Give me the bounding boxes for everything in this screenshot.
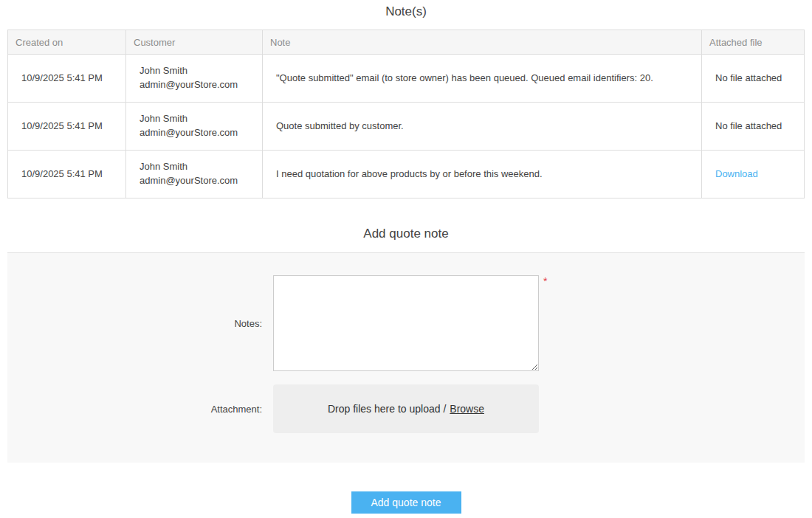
column-header-created-on: Created on [8,30,126,55]
note-customer-cell: John Smithadmin@yourStore.com [126,103,263,151]
add-quote-note-panel: Notes: * Attachment: Drop files here to … [7,252,805,463]
note-row: 10/9/2025 5:41 PMJohn Smithadmin@yourSto… [8,151,805,198]
note-row: 10/9/2025 5:41 PMJohn Smithadmin@yourSto… [8,55,805,103]
note-customer-cell: John Smithadmin@yourStore.com [126,151,263,198]
column-header-customer: Customer [126,30,263,55]
browse-link[interactable]: Browse [450,403,484,415]
notes-title: Note(s) [0,0,812,19]
dropzone-text: Drop files here to upload / [328,403,446,415]
note-created-on-cell: 10/9/2025 5:41 PM [8,55,126,103]
notes-table: Created on Customer Note Attached file 1… [7,30,805,198]
notes-textarea[interactable] [273,275,539,371]
customer-name: John Smith [140,112,249,126]
submit-row: Add quote note [0,491,812,514]
column-header-note: Note [263,30,702,55]
required-asterisk: * [543,276,547,286]
notes-form-row: Notes: * [7,275,805,371]
notes-table-body: 10/9/2025 5:41 PMJohn Smithadmin@yourSto… [8,55,805,198]
notes-field-wrap: * [273,275,539,371]
note-customer-cell: John Smithadmin@yourStore.com [126,55,263,103]
attachment-field-wrap: Drop files here to upload / Browse [273,384,539,433]
download-link[interactable]: Download [715,168,758,179]
notes-table-header: Created on Customer Note Attached file [8,30,805,55]
attachment-form-row: Attachment: Drop files here to upload / … [7,384,805,433]
note-attached-file-cell: No file attached [702,103,805,151]
note-created-on-cell: 10/9/2025 5:41 PM [8,151,126,198]
attachment-label: Attachment: [7,404,262,415]
add-quote-note-title: Add quote note [0,227,812,241]
file-dropzone[interactable]: Drop files here to upload / Browse [273,384,539,433]
note-text-cell: "Quote submitted" email (to store owner)… [263,55,702,103]
note-text-cell: Quote submitted by customer. [263,103,702,151]
note-attached-file-cell: No file attached [702,55,805,103]
customer-name: John Smith [140,160,249,174]
no-file-text: No file attached [715,72,782,83]
note-text-cell: I need quotation for above products by o… [263,151,702,198]
customer-email: admin@yourStore.com [140,174,249,188]
note-row: 10/9/2025 5:41 PMJohn Smithadmin@yourSto… [8,103,805,151]
note-created-on-cell: 10/9/2025 5:41 PM [8,103,126,151]
notes-label: Notes: [7,318,262,329]
note-attached-file-cell: Download [702,151,805,198]
add-quote-note-button[interactable]: Add quote note [351,491,461,514]
column-header-attached-file: Attached file [702,30,805,55]
no-file-text: No file attached [715,120,782,131]
customer-email: admin@yourStore.com [140,78,249,92]
customer-email: admin@yourStore.com [140,126,249,140]
customer-name: John Smith [140,64,249,78]
